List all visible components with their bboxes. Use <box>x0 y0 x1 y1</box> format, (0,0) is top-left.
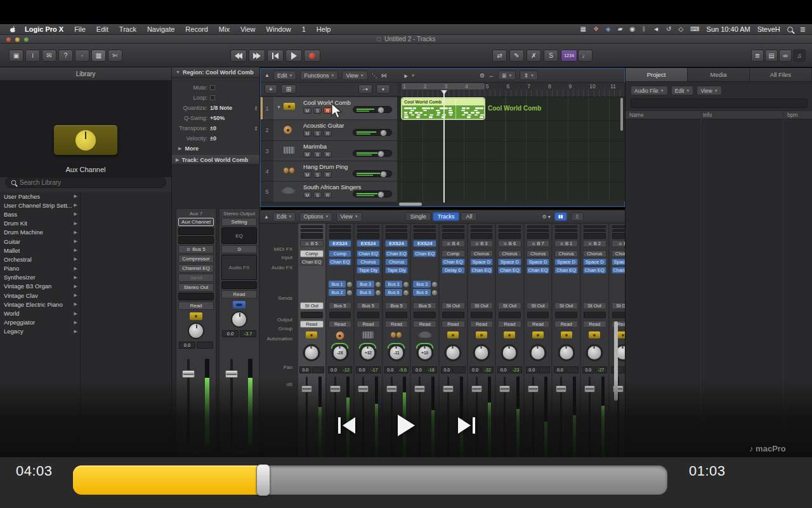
output-slot[interactable]: Bus 5 <box>357 302 380 309</box>
record-enable-button[interactable]: R <box>324 130 332 137</box>
send-bus-3[interactable]: Bus 3 <box>413 281 431 288</box>
wifi-icon[interactable]: ◇ <box>678 26 683 32</box>
output-slot[interactable]: Bus 5 <box>329 302 352 309</box>
automation-read-button[interactable]: Read <box>178 302 214 310</box>
region-field-q-swing[interactable]: Q-Swing:+50% <box>172 113 261 123</box>
automation-read-button[interactable]: Read <box>221 290 257 298</box>
browser-tab-all-files[interactable]: All Files <box>750 68 812 81</box>
audio-fx-chan-eq[interactable]: Chan EQ <box>442 258 465 265</box>
track-volume-slider[interactable] <box>353 106 392 113</box>
browser-tab-project[interactable]: Project <box>625 68 688 81</box>
control-bar-icon[interactable]: ▣ <box>9 50 23 62</box>
browser-column-name[interactable]: Name <box>629 112 644 118</box>
audio-fx-chorus[interactable]: Chorus <box>357 258 380 265</box>
group-slot[interactable] <box>442 312 464 318</box>
eq-thumbnail2[interactable] <box>178 236 214 244</box>
eq-thumbnail[interactable] <box>178 227 214 235</box>
volume-icon[interactable]: ◄ <box>653 26 659 32</box>
audio-fx-chan-eq[interactable]: Chan EQ <box>413 250 436 257</box>
solo-button[interactable]: S <box>313 151 322 157</box>
mixer-menu-options[interactable]: Options▼ <box>299 212 332 222</box>
output-slot[interactable]: St Out <box>527 302 550 309</box>
apple-loops-icon[interactable]: ∞ <box>779 50 792 62</box>
replace-button[interactable]: ✗ <box>527 50 541 62</box>
audio-fx-comp[interactable]: Comp <box>442 250 465 257</box>
disclosure-triangle-icon[interactable]: ▶ <box>178 146 181 151</box>
minimize-window-button[interactable] <box>15 37 20 42</box>
region-field-velocity[interactable]: Velocity:±0 <box>172 133 261 144</box>
automation-slot[interactable]: Read <box>527 321 550 328</box>
wide-view-button[interactable]: ▯ <box>571 212 584 221</box>
audio-fx-space-d[interactable]: Space D <box>554 258 578 265</box>
input-slot[interactable]: ⊙B 7 <box>527 240 550 247</box>
output-slot[interactable]: Bus 5 <box>413 302 436 309</box>
mute-button[interactable]: M <box>303 151 311 157</box>
send-bus-2[interactable]: Bus 2 <box>329 289 346 296</box>
checkbox[interactable] <box>210 95 215 100</box>
zoom-horizontal-menu[interactable]: ≣▼ <box>498 70 516 80</box>
automation-slot[interactable]: Read <box>385 321 409 328</box>
send-knob[interactable] <box>403 282 409 287</box>
view-tab-single[interactable]: Single <box>405 212 431 221</box>
output-slot[interactable]: Bus 5 <box>385 302 409 309</box>
library-item-guitar[interactable]: Guitar▶ <box>0 237 80 246</box>
menu-item-mix[interactable]: Mix <box>219 25 230 33</box>
audio-fx-chan-eq[interactable]: Chan EQ <box>612 267 625 274</box>
audio-fx-chan-eq[interactable]: Chan EQ <box>300 258 324 265</box>
count-in-button[interactable]: 1234 <box>561 50 577 62</box>
midi-fx-slot[interactable] <box>386 233 408 239</box>
cycle-button[interactable]: ⇄ <box>492 50 507 62</box>
input-slot[interactable]: ⊙B <box>612 240 625 247</box>
pan-knob[interactable] <box>501 344 518 361</box>
input-button[interactable]: ⊙ <box>221 245 257 253</box>
send-knob[interactable] <box>347 290 352 295</box>
mixer-menu-edit[interactable]: Edit▼ <box>273 212 296 222</box>
catch-playhead-icon[interactable]: ⋱ <box>372 72 377 79</box>
browser-tab-media[interactable]: Media <box>688 68 750 81</box>
view-tab-tracks[interactable]: Tracks <box>433 212 460 221</box>
automation-slot[interactable]: Read <box>300 321 324 328</box>
group-slot[interactable] <box>499 312 521 318</box>
audio-fx-space-d[interactable]: Space D <box>470 258 494 265</box>
audio-fx-chorus[interactable]: Chorus <box>498 250 521 257</box>
region-inspector-header[interactable]: ▼ Region: Cool World Comb <box>172 67 259 77</box>
back-arrow-icon[interactable]: ▲ <box>265 72 270 78</box>
midi-fx-slot[interactable] <box>612 233 625 239</box>
region-field-loop[interactable]: Loop: <box>172 93 261 103</box>
input-menu-icon[interactable]: ⌨ <box>690 26 699 32</box>
tracks-menu-view[interactable]: View▼ <box>342 70 367 80</box>
input-slot[interactable]: EXS24 <box>357 240 380 247</box>
messages-icon[interactable]: ▰ <box>618 26 623 32</box>
solo-button[interactable]: S <box>313 107 322 114</box>
send-bus-6[interactable]: Bus 6 <box>357 289 374 296</box>
menu-item-record[interactable]: Record <box>185 25 207 33</box>
app-menu-title[interactable]: Logic Pro X <box>25 25 63 33</box>
library-item-vintage-clav[interactable]: Vintage Clav▶ <box>0 291 80 300</box>
note-pads-icon[interactable]: ▤ <box>765 50 778 62</box>
spotlight-icon[interactable] <box>787 27 793 32</box>
audio-fx-tape-dly[interactable]: Tape Dly <box>385 267 409 274</box>
checkbox[interactable] <box>210 85 215 90</box>
send-knob[interactable] <box>376 282 381 287</box>
previous-video-button[interactable] <box>338 417 355 434</box>
track-volume-slider[interactable] <box>353 150 392 157</box>
plugin-button-compressor[interactable]: Compressor <box>178 255 214 263</box>
pan-knob[interactable] <box>303 344 320 361</box>
audio-fx-space-d[interactable]: Space D <box>527 258 550 265</box>
library-item-bass[interactable]: Bass▶ <box>0 210 80 218</box>
audio-fx-space-d[interactable]: Space D <box>583 258 606 265</box>
media-browser-icon[interactable]: ♫ <box>793 50 806 62</box>
output-slot[interactable]: St Out <box>300 302 324 309</box>
stepper-icon[interactable]: ▴▾ <box>255 126 257 131</box>
volume-knob[interactable] <box>377 107 384 114</box>
browser-column-info[interactable]: Info <box>703 112 712 118</box>
library-item-drum-machine[interactable]: Drum Machine▶ <box>0 228 80 237</box>
stop-button[interactable] <box>267 50 284 62</box>
midi-fx-slot[interactable] <box>527 233 549 239</box>
midi-fx-slot[interactable] <box>414 233 436 239</box>
send-slot[interactable]: Send <box>178 274 214 282</box>
output-slot[interactable]: St Out <box>470 302 494 309</box>
pan-knob[interactable] <box>586 344 603 361</box>
output-slot[interactable]: St Out <box>442 302 465 309</box>
audio-fx-chan-eq[interactable]: Chan EQ <box>385 250 409 257</box>
